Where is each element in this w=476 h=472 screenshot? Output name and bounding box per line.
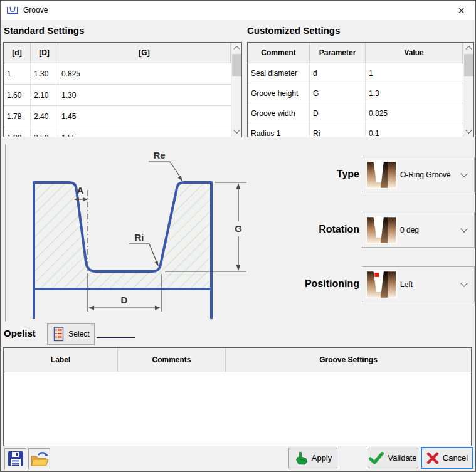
groove-app-icon — [6, 6, 19, 15]
label-d: D — [121, 295, 128, 305]
cell: G — [310, 83, 366, 103]
label-g: G — [235, 223, 242, 234]
type-label: Type — [253, 169, 359, 180]
apply-button[interactable]: Apply — [288, 448, 337, 468]
column-header-G: [G] — [58, 43, 231, 63]
scrollbar[interactable] — [463, 43, 473, 137]
table-row[interactable]: Groove height G 1.3 — [248, 83, 473, 103]
groove-rotation-icon — [366, 216, 397, 244]
table-row[interactable]: 1.90 2.50 1.55 — [4, 127, 241, 137]
select-button[interactable]: Select — [47, 323, 95, 345]
positioning-label: Positioning — [253, 278, 359, 290]
label-re: Re — [153, 150, 165, 160]
label-ri: Ri — [135, 232, 144, 243]
validate-button-label: Validate — [388, 453, 416, 463]
positioning-dropdown[interactable]: Left — [362, 266, 475, 302]
apply-button-label: Apply — [312, 453, 332, 463]
window-title: Groove — [23, 6, 48, 14]
scrollbar-thumb[interactable] — [232, 54, 241, 76]
value-cell[interactable]: 0.825 — [366, 103, 473, 123]
table-row[interactable]: 1.60 2.10 1.30 — [4, 85, 241, 106]
cancel-button[interactable]: Cancel — [421, 447, 473, 469]
apply-hand-icon — [294, 451, 308, 465]
position-dot — [374, 273, 379, 277]
scrollbar[interactable] — [231, 43, 241, 137]
standard-settings-title: Standard Settings — [4, 25, 84, 36]
column-header-value: Value — [366, 43, 463, 63]
open-button[interactable] — [28, 448, 50, 469]
cell: 1.55 — [58, 127, 241, 137]
open-folder-icon — [30, 451, 49, 468]
label-a: A — [77, 185, 84, 196]
rotation-value: 0 deg — [400, 226, 462, 234]
customized-settings-table: Comment Parameter Value Seal diameter d … — [247, 42, 474, 137]
cell: 1.90 — [4, 127, 31, 137]
rotation-label: Rotation — [253, 224, 359, 235]
value-cell[interactable]: 0.1 — [366, 123, 473, 137]
select-button-label: Select — [68, 330, 89, 338]
standard-settings-table: [d] [D] [G] 1 1.30 0.825 1.60 2.10 1.30 … — [3, 42, 242, 137]
opelist-table-header: Label Comments Groove Settings — [4, 348, 471, 372]
table-row[interactable]: 1.78 2.40 1.45 — [4, 106, 241, 127]
scroll-down-icon[interactable] — [463, 126, 474, 137]
cell: 1.30 — [31, 63, 58, 84]
cell: 2.40 — [31, 106, 58, 127]
groove-type-icon — [366, 160, 397, 189]
scroll-down-icon[interactable] — [231, 126, 242, 137]
save-button[interactable] — [4, 448, 26, 469]
type-dropdown[interactable]: O-Ring Groove — [362, 157, 475, 192]
type-value: O-Ring Groove — [400, 170, 462, 179]
chevron-down-icon — [460, 280, 467, 286]
value-cell[interactable]: 1 — [366, 63, 473, 83]
cell: Groove width — [248, 103, 310, 123]
chevron-down-icon — [460, 225, 467, 232]
cancel-button-label: Cancel — [443, 453, 468, 463]
opelist-table[interactable]: Label Comments Groove Settings — [3, 347, 472, 446]
cancel-x-icon — [426, 452, 439, 464]
titlebar: Groove ✕ — [1, 1, 475, 20]
cell: Radius 1 — [248, 123, 310, 137]
column-header-parameter: Parameter — [310, 43, 366, 63]
cell: Groove height — [248, 83, 310, 103]
cell: 0.825 — [58, 63, 241, 84]
customized-settings-title: Customized Settings — [247, 25, 340, 36]
column-header-groove-settings: Groove Settings — [226, 348, 471, 372]
value-cell[interactable]: 1.3 — [366, 83, 473, 103]
column-header-label: Label — [4, 348, 118, 372]
standard-table-header: [d] [D] [G] — [4, 43, 241, 63]
scrollbar-thumb[interactable] — [464, 54, 473, 76]
table-row[interactable]: Seal diameter d 1 — [248, 63, 473, 83]
table-row[interactable]: 1 1.30 0.825 — [4, 63, 241, 85]
list-select-icon — [52, 327, 65, 342]
groove-positioning-icon — [366, 270, 397, 298]
cell: d — [310, 63, 366, 83]
cell: 1.30 — [58, 85, 241, 105]
cell: Seal diameter — [248, 63, 310, 83]
save-icon — [8, 451, 24, 467]
table-row[interactable]: Groove width D 0.825 — [248, 103, 473, 123]
scroll-up-icon[interactable] — [231, 43, 242, 53]
close-button[interactable]: ✕ — [447, 1, 475, 20]
validate-button[interactable]: Validate — [368, 448, 418, 468]
chevron-down-icon — [460, 170, 467, 177]
scroll-up-icon[interactable] — [463, 43, 474, 53]
column-header-comments: Comments — [118, 348, 226, 372]
rotation-dropdown[interactable]: 0 deg — [362, 212, 475, 248]
cell: 1.60 — [4, 85, 31, 105]
material-hatch — [34, 182, 211, 289]
table-row[interactable]: Radius 1 Ri 0.1 — [248, 123, 473, 137]
opelist-label: Opelist — [4, 328, 36, 338]
cell: 1.45 — [58, 106, 241, 127]
column-header-comment: Comment — [248, 43, 310, 63]
cell: 2.50 — [31, 127, 58, 137]
opelist-value-line — [97, 337, 135, 338]
customized-table-header: Comment Parameter Value — [248, 43, 473, 63]
positioning-value: Left — [400, 280, 462, 289]
groove-dialog: Groove ✕ Standard Settings Customized Se… — [0, 0, 476, 472]
cell: 1.78 — [4, 106, 31, 127]
validate-check-icon — [369, 452, 384, 464]
cell: D — [310, 103, 366, 123]
column-header-D: [D] — [31, 43, 58, 63]
cell: 2.10 — [31, 85, 58, 105]
column-header-d: [d] — [4, 43, 31, 63]
